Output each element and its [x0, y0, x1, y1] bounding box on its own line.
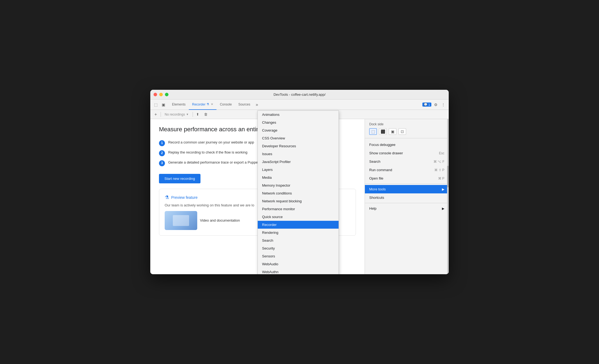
preview-thumbnail — [165, 211, 197, 230]
more-tools-item-security[interactable]: Security — [258, 244, 339, 252]
step-text-1: Record a common user journey on your web… — [168, 140, 254, 145]
delete-button[interactable]: 🗑 — [203, 111, 209, 118]
tab-elements[interactable]: Elements — [169, 100, 189, 110]
tab-recorder[interactable]: Recorder ⚗ ✕ — [189, 100, 216, 110]
more-tools-item-search[interactable]: Search — [258, 237, 339, 244]
toolbar-divider-1 — [161, 112, 161, 117]
right-item-search[interactable]: Search⌘ ⌥ F — [365, 157, 449, 166]
more-tools-item-layers[interactable]: Layers — [258, 166, 339, 174]
chevron-right-icon: ▶ — [442, 207, 444, 210]
title-bar: DevTools - coffee-cart.netlify.app/ — [150, 90, 449, 100]
dock-right-button[interactable]: ▣ — [389, 128, 396, 135]
more-tools-item-network-request-blocking[interactable]: Network request blocking — [258, 197, 339, 205]
step-num-3: 3 — [159, 160, 165, 166]
close-button[interactable] — [154, 93, 157, 96]
minimize-button[interactable] — [159, 93, 163, 96]
dock-side-section: Dock side ⬚ ⬛ ▣ ⊡ — [365, 119, 449, 138]
more-tools-item-sensors[interactable]: Sensors — [258, 252, 339, 260]
add-recording-button[interactable]: + — [152, 111, 159, 118]
dock-icons: ⬚ ⬛ ▣ ⊡ — [369, 128, 444, 135]
more-tools-item-webauthn[interactable]: WebAuthn — [258, 268, 339, 274]
start-recording-button[interactable]: Start new recording — [159, 174, 200, 183]
more-tools-item-rendering[interactable]: Rendering — [258, 229, 339, 237]
shortcut-search: ⌘ ⌥ F — [434, 160, 444, 164]
scroll-thumb — [447, 166, 449, 187]
recordings-dropdown[interactable]: No recordings ▼ — [163, 111, 191, 118]
more-tools-item-network-conditions[interactable]: Network conditions — [258, 189, 339, 197]
right-menu-section: Focus debuggeeShow console drawerEscSear… — [365, 138, 449, 215]
dock-bottom-button[interactable]: ⬛ — [379, 128, 387, 135]
preview-thumb-inner — [173, 215, 189, 226]
tab-more-button[interactable]: » — [253, 100, 260, 110]
right-divider-2 — [365, 203, 449, 203]
right-item-run-command[interactable]: Run command⌘ ⇧ P — [365, 166, 449, 174]
right-item-help[interactable]: Help▶ — [365, 204, 449, 213]
more-tools-item-issues[interactable]: Issues — [258, 150, 339, 158]
right-divider — [365, 184, 449, 184]
right-item-shortcuts[interactable]: Shortcuts — [365, 193, 449, 202]
dock-detach-button[interactable]: ⊡ — [399, 128, 406, 135]
more-tools-item-coverage[interactable]: Coverage — [258, 126, 339, 134]
toolbar-divider-2 — [193, 112, 193, 117]
step-text-2: Replay the recording to check if the flo… — [168, 150, 247, 155]
tab-console[interactable]: Console — [216, 100, 235, 110]
step-num-1: 1 — [159, 140, 165, 146]
devtools-tab-bar: ⬚ ▣ Elements Recorder ⚗ ✕ Console Source… — [150, 100, 449, 110]
more-tools-item-developer-resources[interactable]: Developer Resources — [258, 142, 339, 150]
settings-icon[interactable]: ⚙ — [432, 101, 439, 108]
more-tools-item-memory-inspector[interactable]: Memory Inspector — [258, 181, 339, 189]
dock-left-button[interactable]: ⬚ — [369, 128, 377, 135]
maximize-button[interactable] — [165, 93, 168, 96]
more-tools-item-recorder[interactable]: Recorder — [258, 221, 339, 229]
cursor-icon[interactable]: ⬚ — [152, 101, 159, 108]
devtools-window: DevTools - coffee-cart.netlify.app/ ⬚ ▣ … — [150, 90, 449, 274]
shortcut-show-console-drawer: Esc — [439, 151, 444, 155]
window-title: DevTools - coffee-cart.netlify.app/ — [273, 92, 326, 97]
tab-close-recorder[interactable]: ✕ — [211, 103, 213, 106]
preview-title: Preview feature — [171, 195, 197, 200]
more-tools-item-javascript-profiler[interactable]: JavaScript Profiler — [258, 158, 339, 166]
dock-side-label: Dock side — [369, 122, 444, 126]
main-content: Measure performance across an entire use… — [150, 119, 449, 274]
preview-link[interactable]: Video and documentation — [200, 218, 240, 222]
more-options-icon[interactable]: ⋮ — [440, 101, 447, 108]
more-tools-item-webaudio[interactable]: WebAudio — [258, 260, 339, 268]
step-num-2: 2 — [159, 150, 165, 156]
upload-button[interactable]: ⬆ — [195, 111, 201, 118]
shortcut-run-command: ⌘ ⇧ P — [434, 168, 444, 172]
tab-list: Elements Recorder ⚗ ✕ Console Sources » — [169, 100, 422, 110]
more-tools-item-media[interactable]: Media — [258, 174, 339, 181]
scroll-indicator — [447, 119, 449, 274]
more-tools-item-changes[interactable]: Changes — [258, 119, 339, 126]
right-item-more-tools[interactable]: More tools▶ — [365, 185, 449, 193]
right-item-focus-debuggee[interactable]: Focus debuggee — [365, 141, 449, 149]
more-tools-item-css-overview[interactable]: CSS Overview — [258, 134, 339, 142]
more-tools-item-quick-source[interactable]: Quick source — [258, 213, 339, 221]
traffic-lights — [154, 93, 168, 96]
right-panel: Dock side ⬚ ⬛ ▣ ⊡ Focus debuggeeShow con… — [365, 119, 449, 274]
chevron-right-icon: ▶ — [442, 187, 444, 191]
devtools-icon-group: ⬚ ▣ — [152, 101, 167, 108]
shortcut-open-file: ⌘ P — [438, 177, 444, 180]
chat-icon: 💬 — [424, 103, 428, 106]
flask-icon: ⚗ — [165, 194, 169, 200]
right-item-open-file[interactable]: Open file⌘ P — [365, 174, 449, 183]
chat-badge[interactable]: 💬 1 — [422, 103, 431, 107]
more-tools-dropdown: AnimationsChangesCoverageCSS OverviewDev… — [257, 119, 339, 274]
header-right: 💬 1 ⚙ ⋮ — [422, 101, 447, 108]
chevron-down-icon: ▼ — [186, 113, 189, 116]
tab-sources[interactable]: Sources — [235, 100, 253, 110]
right-item-show-console-drawer[interactable]: Show console drawerEsc — [365, 149, 449, 157]
more-tools-item-performance-monitor[interactable]: Performance monitor — [258, 205, 339, 213]
inspect-icon[interactable]: ▣ — [160, 101, 167, 108]
